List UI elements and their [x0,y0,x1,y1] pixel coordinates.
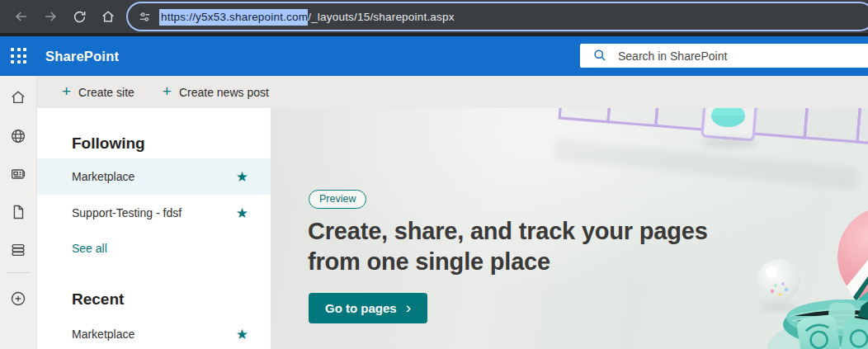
search-box[interactable] [580,44,868,68]
recent-heading: Recent [72,290,124,309]
rail-libraries-icon[interactable] [9,241,27,259]
pages-hero-banner: Preview Create, share, and track your pa… [271,108,868,349]
rail-home-icon[interactable] [9,88,27,106]
create-site-button[interactable]: + Create site [62,85,134,99]
search-input[interactable] [618,50,868,63]
sharepoint-header: SharePoint [0,36,868,76]
plus-icon: + [62,83,71,99]
chevron-right-icon: › [406,299,411,317]
url-bar[interactable]: https://y5x53.sharepoint.com/_layouts/15… [126,2,868,31]
url-rest-text: /_layouts/15/sharepoint.aspx [308,11,454,23]
see-all-link[interactable]: See all [72,242,107,255]
star-icon[interactable]: ★ [236,328,248,342]
go-to-pages-label: Go to pages [325,301,397,315]
app-title[interactable]: SharePoint [45,36,119,76]
url-text[interactable]: https://y5x53.sharepoint.com/_layouts/15… [159,11,455,23]
go-to-pages-button[interactable]: Go to pages › [309,293,427,323]
star-icon[interactable]: ★ [236,206,248,220]
following-item-marketplace[interactable]: Marketplace ★ [37,158,271,195]
star-icon[interactable]: ★ [236,170,248,184]
site-label: Marketplace [72,328,134,341]
rail-files-icon[interactable] [9,203,27,221]
reload-icon[interactable] [69,7,89,26]
hero-title-line1: Create, share, and track your pages [308,216,708,247]
sites-panel: Following Marketplace ★ Support-Testing … [37,108,271,349]
preview-badge: Preview [309,190,366,209]
back-icon[interactable] [12,7,31,26]
following-item-support-testing[interactable]: Support-Testing - fdsf ★ [37,195,271,231]
plus-icon: + [163,83,172,99]
app-rail [0,76,37,349]
rail-news-icon[interactable] [9,165,27,183]
url-selected-text: https://y5x53.sharepoint.com [159,9,308,26]
following-heading: Following [72,134,145,153]
recent-item-marketplace[interactable]: Marketplace ★ [37,316,271,349]
actions-bar: + Create site + Create news post [37,76,868,108]
home-icon[interactable] [98,7,118,26]
rail-divider [7,272,31,273]
create-news-post-label: Create news post [179,86,269,99]
create-site-label: Create site [78,86,134,99]
sharepoint-start-page: https://y5x53.sharepoint.com/_layouts/15… [0,0,868,349]
site-settings-icon[interactable] [138,10,152,24]
create-news-post-button[interactable]: + Create news post [163,85,269,99]
search-icon [592,48,608,64]
forward-icon[interactable] [40,7,60,26]
site-label: Marketplace [72,170,134,183]
rail-add-icon[interactable] [9,290,27,308]
site-label: Support-Testing - fdsf [72,206,182,219]
rail-sites-globe-icon[interactable] [9,127,27,145]
hero-title-line2: from one single place [308,247,708,277]
browser-toolbar: https://y5x53.sharepoint.com/_layouts/15… [0,0,868,33]
hero-title: Create, share, and track your pages from… [308,216,708,277]
app-launcher-icon[interactable] [11,48,28,65]
